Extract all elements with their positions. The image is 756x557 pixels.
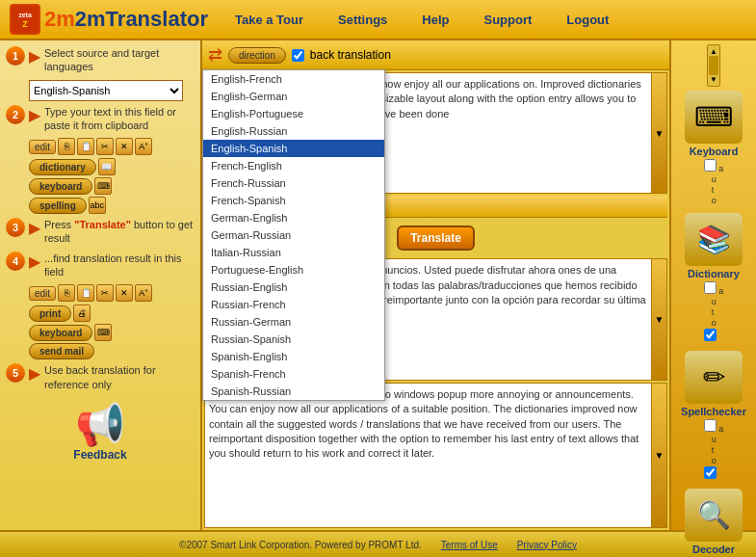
copy-icon[interactable]: ⎘ [58,138,75,155]
step-5-arrow: ▶ [29,364,40,383]
dropdown-item-english-portuguese[interactable]: English-Portuguese [203,105,384,122]
print-button[interactable]: print [29,305,71,322]
step-2-num: 2 [6,105,25,124]
feedback-megaphone-icon[interactable]: 📢 [75,401,125,448]
decoder-right-label: Decoder [692,544,735,555]
cut-icon-2[interactable]: ✂ [96,284,114,302]
dropdown-item-russian-french[interactable]: Russian-French [203,296,384,313]
logo: zeta Z 2m2mTranslator [10,4,208,35]
logo-text: 2m2mTranslator [44,7,208,32]
step-5-text: Use back translation for reference only [44,363,195,391]
print-icon[interactable]: 🖨 [73,305,91,322]
dictionary-row: dictionary 📖 [29,158,195,175]
step-4-text: ...find translation result in this field [44,252,195,279]
nav-help[interactable]: Help [414,9,456,31]
keyboard-row-2: keyboard ⌨ [29,324,195,341]
spell-auto-check2[interactable] [704,466,717,479]
left-panel: 1 ▶ Select source and target languages E… [0,40,202,530]
dropdown-item-portuguese-english[interactable]: Portuguese-English [203,261,384,278]
privacy-link[interactable]: Privacy Policy [517,540,577,550]
header: zeta Z 2m2mTranslator Take a Tour Settin… [0,0,756,40]
clear-icon[interactable]: ✕ [116,138,133,155]
back-translation-section: Completely restated and rethought! No wi… [204,383,667,528]
step-4: 4 ▶ ...find translation result in this f… [6,252,195,279]
dropdown-item-english-french[interactable]: English-French [203,70,384,88]
sendmail-button[interactable]: send mail [29,343,94,359]
svg-text:Z: Z [22,19,28,29]
back-translation-text[interactable]: Completely restated and rethought! No wi… [205,384,651,527]
step-3-text: Press "Translate" button to get result [44,218,195,246]
step-5-num: 5 [6,363,25,383]
spelling-icon[interactable]: abc [89,197,106,214]
spell-auto-check[interactable] [704,419,717,432]
print-row: print 🖨 [29,305,195,322]
step-4-arrow: ▶ [29,252,40,271]
dropdown-item-spanish-french[interactable]: Spanish-French [203,365,384,383]
dropdown-item-spanish-english[interactable]: Spanish-English [203,348,384,365]
dropdown-item-english-russian[interactable]: English-Russian [203,122,384,140]
dropdown-item-german-english[interactable]: German-English [203,209,384,226]
step-2: 2 ▶ Type your text in this field or past… [6,105,195,133]
dropdown-item-english-german[interactable]: English-German [203,88,384,105]
top-toolbar: ⇄ direction back translation English-Fre… [202,40,669,70]
direction-button[interactable]: direction [228,47,286,64]
main-container: 1 ▶ Select source and target languages E… [0,40,756,530]
translated-scrollbar[interactable]: ▼ [651,259,666,379]
language-dropdown: English-French English-German English-Po… [202,69,385,401]
language-select[interactable]: English-French English-German English-Po… [29,80,183,101]
dropdown-item-english-spanish[interactable]: English-Spanish [203,140,384,157]
dropdown-item-russian-spanish[interactable]: Russian-Spanish [203,331,384,348]
nav-take-a-tour[interactable]: Take a Tour [227,9,311,31]
copy-icon-2[interactable]: ⎘ [58,284,75,302]
nav-support[interactable]: Support [476,9,539,31]
edit-button-1[interactable]: edit [29,140,56,154]
language-select-area: English-French English-German English-Po… [29,80,195,101]
swap-arrows-icon[interactable]: ⇄ [208,44,222,66]
cut-icon[interactable]: ✂ [96,138,114,155]
dropdown-item-german-russian[interactable]: German-Russian [203,226,384,244]
edit-button-2[interactable]: edit [29,286,56,301]
back-scrollbar[interactable]: ▼ [651,384,666,527]
source-scrollbar[interactable]: ▼ [651,73,666,193]
keyboard-icon-1[interactable]: ⌨ [94,177,112,195]
dropdown-item-russian-english[interactable]: Russian-English [203,278,384,296]
keyboard-right-label: Keyboard [690,146,739,157]
dictionary-auto-check2[interactable] [704,329,717,341]
font-icon[interactable]: A° [135,138,152,155]
keyboard-button-1[interactable]: keyboard [29,178,92,195]
back-translation-checkbox[interactable] [292,49,304,62]
top-scrollbar[interactable]: ▲ ▼ [707,44,720,87]
right-tool-dictionary: 📚 Dictionary a u t o [675,213,752,343]
dropdown-item-spanish-russian[interactable]: Spanish-Russian [203,383,384,400]
keyboard-icon-2[interactable]: ⌨ [94,324,112,341]
step-5: 5 ▶ Use back translation for reference o… [6,363,195,391]
spelling-button[interactable]: spelling [29,198,87,214]
terms-link[interactable]: Terms of Use [441,540,498,550]
translate-button[interactable]: Translate [397,225,475,251]
spellchecker-right-icon[interactable]: ✏ [685,351,743,404]
keyboard-auto-check[interactable] [704,159,717,172]
right-panel: ▲ ▼ ⌨ Keyboard a u t o 📚 Dictionary a u … [669,40,756,530]
font-icon-2[interactable]: A° [135,284,152,302]
paste-icon-2[interactable]: 📋 [77,284,94,302]
dropdown-item-french-spanish[interactable]: French-Spanish [203,192,384,209]
dictionary-right-icon[interactable]: 📚 [685,213,743,266]
keyboard-auto: a u t o [704,159,724,205]
dictionary-auto-check[interactable] [704,281,717,294]
clear-icon-2[interactable]: ✕ [116,284,133,302]
keyboard-right-icon[interactable]: ⌨ [685,91,743,144]
dictionary-icon[interactable]: 📖 [98,158,116,175]
paste-icon[interactable]: 📋 [77,138,94,155]
step-4-num: 4 [6,252,25,271]
nav-settings[interactable]: Settings [330,9,395,31]
edit-toolbar-1: edit ⎘ 📋 ✂ ✕ A° [29,138,195,155]
dropdown-item-french-english[interactable]: French-English [203,157,384,174]
dropdown-item-french-russian[interactable]: French-Russian [203,174,384,192]
dropdown-item-russian-german[interactable]: Russian-German [203,313,384,331]
decoder-right-icon[interactable]: 🔍 [685,489,743,542]
step-1: 1 ▶ Select source and target languages [6,46,195,74]
nav-logout[interactable]: Logout [559,9,616,31]
dropdown-item-italian-russian[interactable]: Italian-Russian [203,244,384,261]
dictionary-button[interactable]: dictionary [29,159,96,175]
keyboard-button-2[interactable]: keyboard [29,325,92,341]
